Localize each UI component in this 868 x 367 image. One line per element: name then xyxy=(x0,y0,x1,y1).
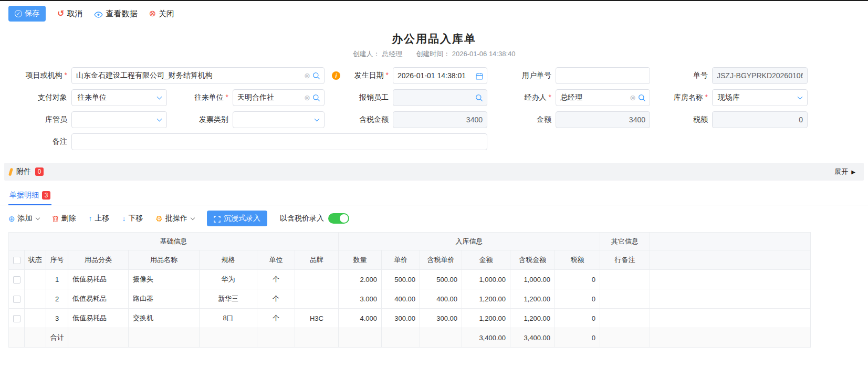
row-select-cell xyxy=(9,309,25,328)
cell-brand[interactable]: H3C xyxy=(295,309,339,328)
top-toolbar: ✓ 保存 ↺ 取消 查看数据 ⊗ 关闭 xyxy=(0,1,868,26)
cell-row-remark[interactable] xyxy=(600,309,650,328)
cell-spec[interactable]: 华为 xyxy=(200,270,257,289)
tab-detail[interactable]: 单据明细 3 xyxy=(8,188,51,205)
cell-tax[interactable]: 0 xyxy=(555,270,600,289)
cell-qty[interactable]: 4.000 xyxy=(339,309,382,328)
move-down-button[interactable]: ↓ 下移 xyxy=(122,214,143,223)
cell-unit[interactable]: 个 xyxy=(257,289,295,309)
tax-label: 税额 xyxy=(650,115,712,124)
tax-incl-amount-input xyxy=(393,111,487,128)
detail-tabs: 单据明细 3 xyxy=(0,188,868,205)
calendar-icon[interactable] xyxy=(476,71,483,80)
clear-icon[interactable]: ⊗ xyxy=(630,94,636,101)
keeper-label: 库管员 xyxy=(4,115,71,124)
partner-field: ⊗ xyxy=(233,89,325,106)
batch-operation-button[interactable]: ⚙ 批操作 xyxy=(156,214,194,223)
user-doc-no-input[interactable] xyxy=(556,67,650,84)
invoice-type-select[interactable] xyxy=(233,111,325,128)
search-icon[interactable] xyxy=(312,71,320,80)
cell-row-remark[interactable] xyxy=(600,270,650,289)
cell-unit[interactable]: 个 xyxy=(257,270,295,289)
cell-status[interactable] xyxy=(25,289,46,309)
immersive-entry-button[interactable]: 沉浸式录入 xyxy=(207,211,267,226)
chevron-down-icon xyxy=(798,94,803,99)
clear-icon[interactable]: ⊗ xyxy=(304,72,310,79)
cell-tax-price[interactable]: 500.00 xyxy=(420,270,462,289)
cell-category[interactable]: 低值易耗品 xyxy=(68,289,129,309)
attachments-label: 附件 xyxy=(16,167,31,176)
occur-date-input[interactable] xyxy=(393,67,487,84)
cell-amount[interactable]: 1,200.00 xyxy=(462,289,510,309)
cell-amount[interactable]: 1,000.00 xyxy=(462,270,510,289)
row-checkbox[interactable] xyxy=(13,276,20,284)
cell-name[interactable]: 路由器 xyxy=(129,289,200,309)
col-name: 用品名称 xyxy=(129,250,200,270)
cell-tax-amount[interactable]: 1,200.00 xyxy=(510,289,555,309)
tax-incl-amount-field xyxy=(393,111,487,128)
add-button[interactable]: ⊕ 添加 xyxy=(8,214,39,223)
close-button[interactable]: ⊗ 关闭 xyxy=(149,9,174,19)
expand-button[interactable]: 展开 ▶ xyxy=(834,167,855,176)
cell-brand[interactable] xyxy=(295,270,339,289)
cell-unit[interactable]: 个 xyxy=(257,309,295,328)
arrow-up-icon: ↑ xyxy=(89,215,92,222)
pay-target-select[interactable]: 往来单位 xyxy=(71,89,167,106)
cell-status[interactable] xyxy=(25,270,46,289)
partner-label: 往来单位 xyxy=(167,93,233,102)
cell-price[interactable]: 400.00 xyxy=(382,289,420,309)
cell-spec[interactable]: 新华三 xyxy=(200,289,257,309)
cell-category[interactable]: 低值易耗品 xyxy=(68,270,129,289)
clear-icon[interactable]: ⊗ xyxy=(304,94,310,101)
cell-tax-amount[interactable]: 1,000.00 xyxy=(510,270,555,289)
cell-status[interactable] xyxy=(25,309,46,328)
reimburse-employee-input[interactable] xyxy=(393,89,487,106)
cell-tax-amount[interactable]: 1,200.00 xyxy=(510,309,555,328)
attachments-count-badge: 0 xyxy=(35,167,44,176)
cell-tax[interactable]: 0 xyxy=(555,309,600,328)
cell-price[interactable]: 300.00 xyxy=(382,309,420,328)
col-price: 单价 xyxy=(382,250,420,270)
search-icon[interactable] xyxy=(638,93,646,102)
creator-info: 创建人： 总经理 xyxy=(353,49,403,59)
cell-tax[interactable]: 0 xyxy=(555,289,600,309)
cell-brand[interactable] xyxy=(295,289,339,309)
row-checkbox[interactable] xyxy=(13,315,20,322)
total-tax-amount: 3,400.00 xyxy=(510,328,555,348)
row-checkbox[interactable] xyxy=(13,296,20,303)
keeper-select[interactable] xyxy=(71,111,167,128)
info-icon[interactable]: i xyxy=(332,71,340,80)
cell-price[interactable]: 500.00 xyxy=(382,270,420,289)
cell-name[interactable]: 交换机 xyxy=(129,309,200,328)
filler-header xyxy=(650,233,811,250)
remark-field xyxy=(71,133,487,150)
cell-category[interactable]: 低值易耗品 xyxy=(68,309,129,328)
cell-tax-price[interactable]: 300.00 xyxy=(420,309,462,328)
search-icon[interactable] xyxy=(475,93,483,102)
cell-amount[interactable]: 1,200.00 xyxy=(462,309,510,328)
warehouse-label: 库房名称 xyxy=(650,93,712,102)
cell-qty[interactable]: 2.000 xyxy=(339,270,382,289)
warehouse-select[interactable]: 现场库 xyxy=(712,89,808,106)
cell-tax-price[interactable]: 400.00 xyxy=(420,289,462,309)
undo-icon: ↺ xyxy=(57,9,64,18)
cancel-button[interactable]: ↺ 取消 xyxy=(57,9,82,19)
tax-entry-toggle[interactable] xyxy=(328,213,349,224)
doc-no-field xyxy=(712,67,808,84)
save-button[interactable]: ✓ 保存 xyxy=(8,6,46,22)
cell-qty[interactable]: 3.000 xyxy=(339,289,382,309)
select-all-checkbox[interactable] xyxy=(13,257,20,264)
remark-input[interactable] xyxy=(71,133,487,150)
group-inbound-info: 入库信息 xyxy=(339,233,600,250)
move-down-label: 下移 xyxy=(129,214,143,223)
attachments-bar: 附件 0 展开 ▶ xyxy=(4,163,864,181)
delete-button[interactable]: 删除 xyxy=(52,214,76,223)
cell-spec[interactable]: 8口 xyxy=(200,309,257,328)
total-empty-cell xyxy=(295,328,339,348)
cell-name[interactable]: 摄像头 xyxy=(129,270,200,289)
cell-row-remark[interactable] xyxy=(600,289,650,309)
project-input[interactable] xyxy=(71,67,325,84)
search-icon[interactable] xyxy=(312,93,320,102)
move-up-button[interactable]: ↑ 上移 xyxy=(89,214,110,223)
view-data-button[interactable]: 查看数据 xyxy=(94,9,137,19)
